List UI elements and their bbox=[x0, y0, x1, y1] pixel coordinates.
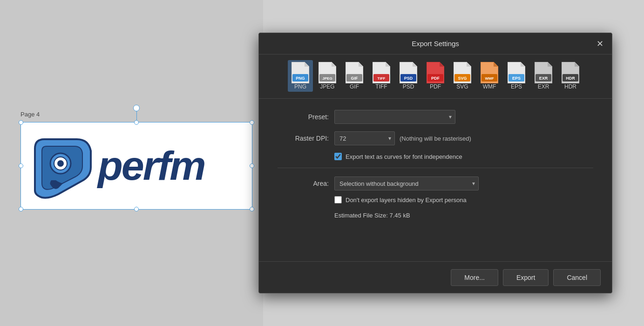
tiff-label: TIFF bbox=[375, 83, 387, 90]
svg-marker-12 bbox=[359, 62, 363, 67]
area-label: Area: bbox=[278, 180, 329, 187]
svg-marker-40 bbox=[548, 62, 552, 67]
format-exr[interactable]: EXR EXR bbox=[531, 60, 556, 92]
svg-text:PDF: PDF bbox=[431, 76, 440, 81]
svg-text:PNG: PNG bbox=[296, 76, 305, 81]
pdf-label: PDF bbox=[430, 83, 441, 90]
divider bbox=[278, 168, 593, 168]
jpeg-label: JPEG bbox=[320, 83, 334, 90]
svg-text:EXR: EXR bbox=[539, 76, 548, 81]
format-svg[interactable]: SVG SVG bbox=[450, 60, 475, 92]
raster-dpi-row: Raster DPI: 72 96 150 300 (Nothing will … bbox=[278, 131, 593, 145]
raster-dpi-label: Raster DPI: bbox=[278, 135, 329, 142]
wmf-icon: WMF bbox=[481, 62, 498, 83]
pdf-icon: PDF bbox=[427, 62, 444, 83]
hdr-label: HDR bbox=[564, 83, 576, 90]
svg-marker-16 bbox=[386, 62, 390, 67]
dialog-buttons: More... Export Cancel bbox=[259, 261, 612, 293]
export-settings-dialog: Export Settings ✕ PNG PNG JPEG JPEG bbox=[258, 33, 612, 293]
raster-dpi-controls: 72 96 150 300 (Nothing will be rasterise… bbox=[334, 131, 471, 145]
svg-text:HDR: HDR bbox=[566, 76, 575, 81]
dialog-content: Preset: Raster DPI: 72 96 150 300 bbox=[259, 99, 612, 232]
format-jpeg[interactable]: JPEG JPEG bbox=[315, 60, 340, 92]
rotate-handle[interactable] bbox=[133, 105, 140, 111]
svg-marker-36 bbox=[521, 62, 525, 67]
dont-export-layers-row: Don't export layers hidden by Export per… bbox=[334, 196, 593, 204]
tiff-icon: TIFF bbox=[373, 62, 390, 83]
hdr-icon: HDR bbox=[562, 62, 579, 83]
estimated-size-label: Estimated File Size: bbox=[334, 212, 388, 219]
dialog-titlebar: Export Settings ✕ bbox=[259, 33, 612, 54]
svg-marker-24 bbox=[440, 62, 444, 67]
export-text-curves-checkbox[interactable] bbox=[334, 153, 342, 160]
dont-export-layers-label: Don't export layers hidden by Export per… bbox=[346, 197, 467, 204]
format-gif[interactable]: GIF GIF bbox=[342, 60, 367, 92]
svg-point-2 bbox=[57, 160, 64, 167]
gif-icon: GIF bbox=[346, 62, 363, 83]
png-icon: PNG bbox=[291, 62, 309, 83]
export-text-curves-label: Export text as curves for font independe… bbox=[346, 153, 462, 160]
estimated-size-value: 7.45 kB bbox=[390, 212, 410, 219]
cancel-button[interactable]: Cancel bbox=[553, 269, 601, 286]
wmf-label: WMF bbox=[483, 83, 496, 90]
logo-container: perfm bbox=[21, 122, 252, 209]
eps-label: EPS bbox=[511, 83, 522, 90]
svg-marker-44 bbox=[575, 62, 579, 67]
selection-box: perfm bbox=[20, 122, 252, 210]
format-eps[interactable]: EPS EPS bbox=[504, 60, 529, 92]
format-png[interactable]: PNG PNG bbox=[288, 60, 313, 92]
export-button[interactable]: Export bbox=[503, 269, 549, 286]
format-icons-area: PNG PNG JPEG JPEG GIF GIF bbox=[259, 54, 612, 99]
area-select[interactable]: Selection without background Whole docum… bbox=[334, 177, 479, 190]
exr-icon: EXR bbox=[535, 62, 552, 83]
dpi-select-wrapper: 72 96 150 300 bbox=[334, 131, 395, 145]
svg-text:SVG: SVG bbox=[458, 76, 467, 81]
eps-icon: EPS bbox=[508, 62, 525, 83]
export-text-curves-row: Export text as curves for font independe… bbox=[334, 153, 593, 160]
format-hdr[interactable]: HDR HDR bbox=[558, 60, 583, 92]
svg-text:WMF: WMF bbox=[485, 76, 494, 81]
dont-export-layers-checkbox[interactable] bbox=[334, 196, 342, 204]
dpi-select[interactable]: 72 96 150 300 bbox=[334, 131, 395, 145]
svg-marker-8 bbox=[332, 62, 336, 67]
svg-text:EPS: EPS bbox=[512, 76, 521, 81]
more-button[interactable]: More... bbox=[451, 269, 498, 286]
svg-text:TIFF: TIFF bbox=[378, 76, 386, 81]
gif-label: GIF bbox=[350, 83, 359, 90]
format-wmf[interactable]: WMF WMF bbox=[477, 60, 502, 92]
svg-text:JPEG: JPEG bbox=[322, 76, 332, 81]
exr-label: EXR bbox=[538, 83, 549, 90]
svg-marker-32 bbox=[494, 62, 498, 67]
svg-label: SVG bbox=[456, 83, 468, 90]
dialog-title: Export Settings bbox=[412, 40, 459, 48]
svg-icon: SVG bbox=[454, 62, 471, 83]
psd-icon: PSD bbox=[400, 62, 417, 83]
preset-select-wrapper bbox=[334, 110, 455, 124]
svg-marker-4 bbox=[305, 62, 309, 67]
jpeg-icon: JPEG bbox=[319, 62, 336, 83]
svg-marker-28 bbox=[467, 62, 471, 67]
svg-text:PSD: PSD bbox=[404, 76, 413, 81]
preset-label: Preset: bbox=[278, 113, 329, 121]
png-label: PNG bbox=[294, 83, 306, 90]
format-pdf[interactable]: PDF PDF bbox=[423, 60, 448, 92]
logo-text: perfm bbox=[98, 145, 205, 186]
format-psd[interactable]: PSD PSD bbox=[396, 60, 421, 92]
file-size-row: Estimated File Size: 7.45 kB bbox=[334, 211, 593, 219]
format-tiff[interactable]: TIFF TIFF bbox=[369, 60, 394, 92]
area-select-wrapper: Selection without background Whole docum… bbox=[334, 177, 479, 190]
canvas-area: Page 4 perfm bbox=[0, 0, 263, 326]
raster-hint: (Nothing will be rasterised) bbox=[400, 135, 471, 142]
logo-icon bbox=[26, 130, 95, 202]
psd-label: PSD bbox=[403, 83, 414, 90]
close-button[interactable]: ✕ bbox=[593, 37, 606, 50]
page-label: Page 4 bbox=[20, 111, 40, 118]
file-size-text: Estimated File Size: 7.45 kB bbox=[334, 212, 410, 219]
area-row: Area: Selection without background Whole… bbox=[278, 177, 593, 190]
preset-row: Preset: bbox=[278, 110, 593, 124]
preset-select[interactable] bbox=[334, 110, 455, 124]
svg-text:GIF: GIF bbox=[351, 76, 359, 81]
svg-marker-20 bbox=[413, 62, 417, 67]
